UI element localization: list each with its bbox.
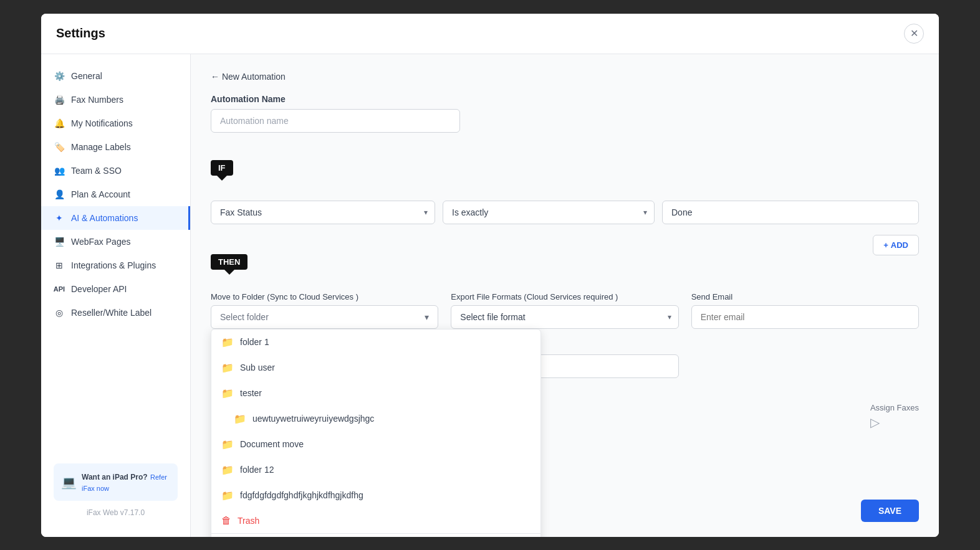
folder-select-button[interactable]: Select folder ▾: [211, 305, 438, 329]
folder-item-label: Document move: [240, 439, 304, 449]
toggle-icon: ▷: [870, 415, 880, 430]
sidebar-item-integrations-plugins[interactable]: ⊞ Integrations & Plugins: [41, 254, 190, 277]
send-email-section: Send Email: [691, 292, 919, 378]
folder-item-sub-user[interactable]: 📁 Sub user: [211, 355, 540, 381]
export-format-select[interactable]: Select file format: [451, 305, 678, 329]
sidebar-item-label: Fax Numbers: [71, 95, 123, 105]
modal-body: ⚙️ General 🖨️ Fax Numbers 🔔 My Notificat…: [41, 54, 939, 537]
close-button[interactable]: ✕: [904, 24, 924, 44]
sidebar-item-reseller-white-label[interactable]: ◎ Reseller/White Label: [41, 301, 190, 325]
folder-dropdown-wrapper: Select folder ▾ 📁 folder 1 📁: [211, 305, 438, 329]
add-label: ADD: [891, 240, 908, 250]
folder-item-uewt[interactable]: 📁 uewtuywetrui​weyruiyewdgsjhgc: [211, 406, 540, 432]
is-exactly-wrapper: Is exactly: [443, 201, 655, 224]
export-format-wrapper: Select file format: [451, 305, 678, 329]
folder-item-label: uewtuywetrui​weyruiyewdgsjhgc: [252, 414, 374, 424]
folder-dropdown-menu: 📁 folder 1 📁 Sub user 📁 tester: [211, 329, 541, 537]
save-button[interactable]: SAVE: [861, 500, 919, 522]
sidebar-item-fax-numbers[interactable]: 🖨️ Fax Numbers: [41, 88, 190, 111]
folder-item-folder12[interactable]: 📁 folder 12: [211, 457, 540, 483]
fax-status-select[interactable]: Fax Status: [211, 201, 435, 224]
send-email-input[interactable]: [691, 305, 919, 329]
webfax-icon: 🖥️: [54, 236, 65, 247]
folder-item-document-move[interactable]: 📁 Document move: [211, 432, 540, 457]
sidebar-item-developer-api[interactable]: API Developer API: [41, 277, 190, 301]
folder-item-tester[interactable]: 📁 tester: [211, 381, 540, 406]
move-to-folder-label: Move to Folder (Sync to Cloud Services ): [211, 292, 438, 301]
send-email-label: Send Email: [691, 292, 919, 301]
condition-value-input[interactable]: [662, 201, 919, 224]
sidebar-item-label: AI & Automations: [71, 213, 138, 223]
then-badge: THEN: [211, 254, 247, 270]
folder-icon: 📁: [221, 387, 234, 399]
sidebar-nav: ⚙️ General 🖨️ Fax Numbers 🔔 My Notificat…: [41, 64, 190, 325]
sidebar-item-manage-labels[interactable]: 🏷️ Manage Labels: [41, 135, 190, 159]
sidebar: ⚙️ General 🖨️ Fax Numbers 🔔 My Notificat…: [41, 54, 191, 537]
folder-item-trash[interactable]: 🗑 Trash: [211, 508, 540, 533]
back-link[interactable]: ← New Automation: [211, 72, 919, 82]
sidebar-item-label: Manage Labels: [71, 142, 131, 152]
promo-box[interactable]: 💻 Want an iPad Pro? Refer iFax now: [54, 463, 178, 501]
sidebar-item-label: Developer API: [71, 284, 127, 294]
folder-icon: 📁: [234, 413, 246, 425]
export-formats-label: Export File Formats (Cloud Services requ…: [451, 292, 678, 301]
trash-icon: 🗑: [221, 515, 231, 526]
sidebar-item-plan-account[interactable]: 👤 Plan & Account: [41, 183, 190, 206]
promo-content: Want an iPad Pro? Refer iFax now: [82, 471, 170, 493]
assign-faxes-section: Assign Faxes ▷: [870, 403, 919, 430]
sidebar-bottom: 💻 Want an iPad Pro? Refer iFax now iFax …: [41, 453, 190, 527]
modal-title: Settings: [56, 26, 105, 40]
sidebar-item-ai-automations[interactable]: ✦ AI & Automations: [41, 206, 190, 230]
bell-icon: 🔔: [54, 118, 65, 129]
is-exactly-select[interactable]: Is exactly: [443, 201, 655, 224]
promo-title: Want an iPad Pro?: [82, 473, 148, 481]
folder-item-folder1[interactable]: 📁 folder 1: [211, 330, 540, 355]
folder-item-label: fdgfdgfdgdfghd​fjkghjkdfhgjkdfhg: [240, 490, 363, 500]
sidebar-item-my-notifications[interactable]: 🔔 My Notifications: [41, 111, 190, 135]
folder-icon: 📁: [221, 490, 234, 501]
ipad-icon: 💻: [61, 475, 77, 490]
folder-item-fdgf[interactable]: 📁 fdgfdgfdgdfghd​fjkghjkdfhgjkdfhg: [211, 483, 540, 508]
condition-row: Fax Status Is exactly: [211, 201, 919, 224]
automation-name-label: Automation Name: [211, 94, 919, 104]
fax-icon: 🖨️: [54, 94, 65, 105]
sidebar-item-general[interactable]: ⚙️ General: [41, 64, 190, 88]
sidebar-item-webfax-pages[interactable]: 🖥️ WebFax Pages: [41, 230, 190, 254]
folder-icon: 📁: [221, 336, 234, 348]
version-label: iFax Web v7.17.0: [54, 508, 178, 517]
add-condition-button[interactable]: + ADD: [873, 235, 919, 255]
sidebar-item-label: Integrations & Plugins: [71, 260, 156, 270]
sidebar-item-label: General: [71, 71, 102, 81]
sidebar-item-team-sso[interactable]: 👥 Team & SSO: [41, 159, 190, 183]
folder-item-label: folder 1: [240, 337, 269, 347]
if-badge: IF: [211, 160, 233, 176]
assign-faxes-label: Assign Faxes: [870, 403, 919, 412]
api-icon: API: [54, 283, 65, 295]
folder-select-label: Select folder: [220, 312, 269, 322]
reseller-icon: ◎: [54, 307, 65, 318]
label-icon: 🏷️: [54, 141, 65, 153]
settings-modal: Settings ✕ ⚙️ General 🖨️ Fax Numbers 🔔: [41, 14, 939, 537]
modal-header: Settings ✕: [41, 14, 939, 54]
sidebar-item-label: Plan & Account: [71, 189, 130, 199]
folder-icon: 📁: [221, 464, 234, 476]
fax-status-wrapper: Fax Status: [211, 201, 435, 224]
automation-name-input[interactable]: [211, 109, 460, 133]
folder-item-label: Trash: [238, 516, 259, 526]
team-icon: 👥: [54, 165, 65, 176]
sidebar-item-label: My Notifications: [71, 118, 133, 128]
ai-icon: ✦: [54, 212, 65, 224]
main-content: ← New Automation Automation Name IF Fax …: [191, 54, 939, 537]
folder-item-label: Sub user: [240, 363, 275, 372]
chevron-down-icon: ▾: [425, 312, 429, 322]
plus-icon: +: [883, 240, 888, 250]
create-folder-button[interactable]: + Create Folder: [211, 534, 540, 537]
gear-icon: ⚙️: [54, 70, 65, 82]
sidebar-item-label: WebFax Pages: [71, 237, 130, 247]
folder-item-label: folder 12: [240, 465, 274, 475]
folder-item-label: tester: [240, 388, 262, 398]
then-section: Move to Folder (Sync to Cloud Services )…: [211, 292, 919, 378]
modal-overlay: Settings ✕ ⚙️ General 🖨️ Fax Numbers 🔔: [0, 0, 980, 550]
folder-icon: 📁: [221, 439, 234, 450]
sidebar-item-label: Reseller/White Label: [71, 308, 151, 318]
